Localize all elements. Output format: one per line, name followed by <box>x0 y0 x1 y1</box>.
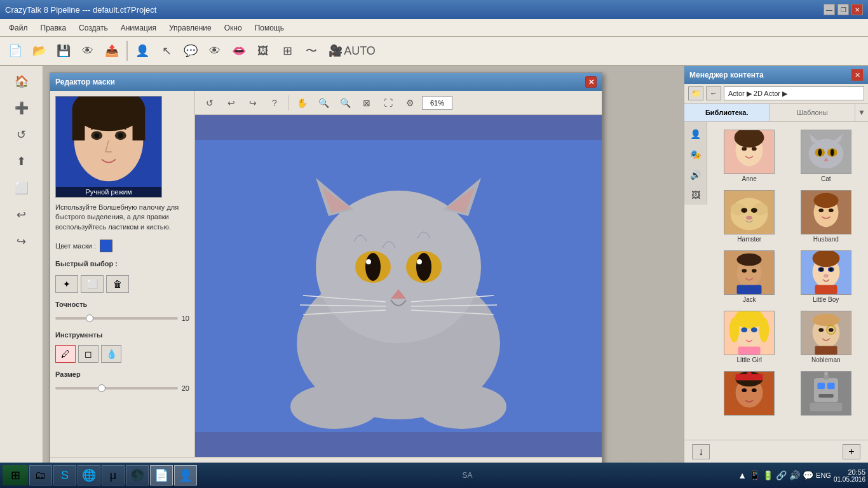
open-btn[interactable]: 📂 <box>28 39 51 62</box>
cm-image-icon[interactable]: 🖼 <box>686 186 705 205</box>
help-btn[interactable]: ? <box>265 94 284 112</box>
canvas-viewport[interactable] <box>195 115 602 457</box>
svg-point-68 <box>819 268 823 271</box>
taskbar-skype[interactable]: S <box>53 465 76 485</box>
add-btn[interactable]: ➕ <box>6 95 37 121</box>
cm-back-btn[interactable]: ← <box>706 86 721 100</box>
fullscreen-btn[interactable]: ⛶ <box>379 94 398 112</box>
upload-btn[interactable]: ⬆ <box>6 149 37 174</box>
menu-animation[interactable]: Анимация <box>114 21 163 35</box>
redo-canvas-btn[interactable]: ↪ <box>243 94 262 112</box>
taskbar-ie[interactable]: 🌐 <box>78 465 100 485</box>
taskbar: ⊞ 🗂 S 🌐 μ 🌑 📄 👤 SA ▲ 📱 🔋 🔗 🔊 💬 ENG 20:55… <box>0 463 868 488</box>
cm-download-btn[interactable]: ↓ <box>692 444 710 459</box>
cm-label-nobleman: Nobleman <box>811 356 841 363</box>
cm-voice-icon[interactable]: 🔊 <box>686 165 705 184</box>
zoom-in-btn[interactable]: 🔍 <box>336 94 355 112</box>
cursor-btn[interactable]: ↖ <box>155 39 178 62</box>
svg-rect-79 <box>738 346 761 355</box>
lips-btn[interactable]: 👄 <box>227 39 250 62</box>
fill-btn[interactable]: 💧 <box>101 345 121 363</box>
cm-item-hamster[interactable]: Hamster <box>712 187 787 245</box>
cm-add-btn[interactable]: + <box>843 444 860 459</box>
menu-create[interactable]: Создать <box>72 21 114 35</box>
cm-item-robot[interactable] <box>789 369 864 419</box>
cm-item-cat[interactable]: Cat <box>789 127 864 185</box>
start-btn[interactable]: ⊞ <box>3 465 28 485</box>
cm-item-nobleman[interactable]: Nobleman <box>789 308 864 366</box>
menu-control[interactable]: Управление <box>163 21 218 35</box>
close-button[interactable]: ✕ <box>851 4 863 15</box>
cm-item-little-boy[interactable]: Little Boy <box>789 248 864 306</box>
svg-point-19 <box>416 253 431 281</box>
auto-btn[interactable]: AUTO <box>348 39 371 62</box>
eraser-btn[interactable]: ◻ <box>78 345 98 363</box>
canvas-toolbar: ↺ ↩ ↪ ? ✋ 🔍 🔍 ⊠ ⛶ ⚙ 61% <box>195 91 602 115</box>
qs-select-btn[interactable]: ⬜ <box>81 275 104 293</box>
size-slider[interactable] <box>55 383 178 393</box>
size-thumb[interactable] <box>98 384 105 392</box>
tray-arrow[interactable]: ▲ <box>738 470 747 480</box>
taskbar-utorrent[interactable]: μ <box>102 465 125 485</box>
hand-btn[interactable]: ✋ <box>292 94 311 112</box>
minimize-button[interactable]: — <box>824 4 835 15</box>
cm-item-jack[interactable]: Jack <box>712 248 787 306</box>
eye-btn[interactable]: 👁 <box>203 39 226 62</box>
image-btn[interactable]: 🖼 <box>252 39 275 62</box>
svg-point-100 <box>824 372 828 376</box>
taskbar-chrome[interactable]: 🌑 <box>126 465 149 485</box>
rotate-btn[interactable]: ↺ <box>200 94 219 112</box>
tab-library[interactable]: Библиотека. <box>684 104 770 121</box>
size-value: 20 <box>182 384 189 392</box>
taskbar-app2[interactable]: 👤 <box>174 465 197 485</box>
zoom-out-btn[interactable]: 🔍 <box>314 94 333 112</box>
grid-btn[interactable]: ⊞ <box>276 39 299 62</box>
tray-volume[interactable]: 🔊 <box>789 470 800 480</box>
menu-help[interactable]: Помощь <box>248 21 290 35</box>
cm-item-r5l[interactable] <box>712 369 787 419</box>
wave-btn[interactable]: 〜 <box>300 39 323 62</box>
cm-costume-icon[interactable]: 🎭 <box>686 145 705 164</box>
qs-delete-btn[interactable]: 🗑 <box>106 275 129 293</box>
person-btn[interactable]: 👤 <box>131 39 154 62</box>
taskbar-explorer[interactable]: 🗂 <box>29 465 52 485</box>
mask-editor-close-btn[interactable]: ✕ <box>585 76 597 88</box>
crop-btn[interactable]: ⬜ <box>6 175 37 201</box>
camera-btn[interactable]: 👁 <box>76 39 99 62</box>
export-btn[interactable]: 📤 <box>100 39 123 62</box>
cm-item-anne[interactable]: Anne <box>712 127 787 185</box>
new-btn[interactable]: 📄 <box>4 39 27 62</box>
svg-rect-62 <box>737 285 762 295</box>
accuracy-slider[interactable] <box>55 313 178 323</box>
save-btn[interactable]: 💾 <box>52 39 75 62</box>
cm-person-icon[interactable]: 👤 <box>686 125 705 144</box>
undo-btn[interactable]: ↩ <box>6 202 37 227</box>
accuracy-thumb[interactable] <box>86 315 93 322</box>
cm-item-husband[interactable]: Husband <box>789 187 864 245</box>
bubble-btn[interactable]: 💬 <box>179 39 202 62</box>
zoom-fit-btn[interactable]: ⊠ <box>357 94 376 112</box>
tray-action-center[interactable]: 💬 <box>803 470 813 480</box>
tab-templates[interactable]: Шаблоны <box>770 104 856 121</box>
color-swatch[interactable] <box>100 240 112 252</box>
cm-expand-btn[interactable]: ▼ <box>855 104 868 121</box>
settings-btn[interactable]: ⚙ <box>400 94 419 112</box>
refresh-btn[interactable]: ↺ <box>6 122 37 147</box>
tray-whatsapp[interactable]: 📱 <box>749 470 760 480</box>
restore-button[interactable]: ❐ <box>837 4 849 15</box>
menu-file[interactable]: Файл <box>3 21 34 35</box>
svg-point-8 <box>118 133 123 138</box>
tray-network[interactable]: 🔗 <box>776 470 787 480</box>
taskbar-app1[interactable]: 📄 <box>150 465 173 485</box>
brush-btn[interactable]: 🖊 <box>55 345 76 363</box>
cm-folder-btn[interactable]: 📁 <box>688 86 703 100</box>
qs-magic-btn[interactable]: ✦ <box>55 275 78 293</box>
undo-canvas-btn[interactable]: ↩ <box>222 94 241 112</box>
redo-btn[interactable]: ↪ <box>6 229 37 254</box>
cm-close-btn[interactable]: ✕ <box>851 69 863 81</box>
menu-edit[interactable]: Правка <box>34 21 73 35</box>
cm-item-little-girl[interactable]: Little Girl <box>712 308 787 366</box>
home-btn[interactable]: 🏠 <box>6 69 37 94</box>
tray-battery[interactable]: 🔋 <box>763 470 773 480</box>
menu-window[interactable]: Окно <box>218 21 248 35</box>
